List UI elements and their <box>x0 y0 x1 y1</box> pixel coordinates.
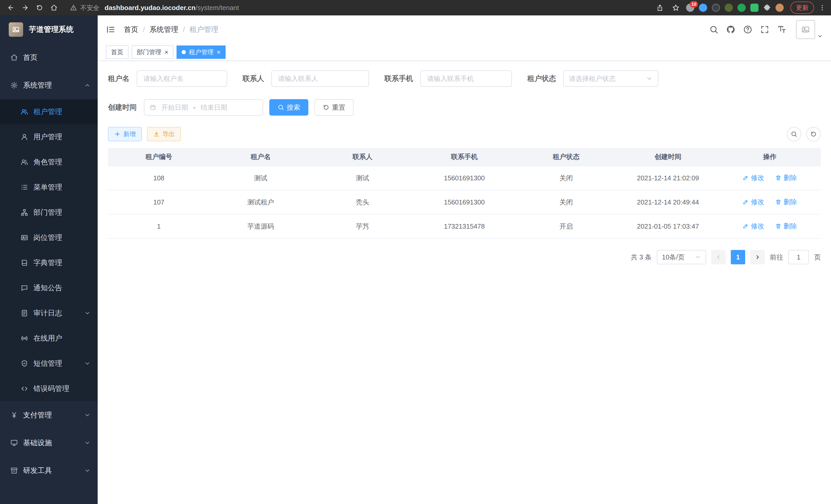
toolbar-right <box>787 127 821 141</box>
cell-actions: 修改 删除 <box>719 190 821 214</box>
prev-page-button[interactable] <box>711 250 726 264</box>
page-size-select[interactable]: 10条/页 <box>657 250 706 264</box>
export-button[interactable]: 导出 <box>147 127 181 141</box>
bookmark-button[interactable] <box>670 2 682 13</box>
badge-icon <box>21 234 28 241</box>
sidebar-item-system[interactable]: 系统管理 <box>0 71 98 99</box>
table-toolbar: 新增 导出 <box>108 127 821 141</box>
chevron-down-icon <box>695 254 701 260</box>
font-size-icon[interactable] <box>777 25 786 34</box>
sidebar-item-label: 研发工具 <box>23 466 52 475</box>
share-button[interactable] <box>654 2 665 13</box>
sidebar-item-roles[interactable]: 角色管理 <box>0 149 98 175</box>
search-button-label: 搜索 <box>287 103 300 112</box>
delete-link[interactable]: 删除 <box>775 173 797 182</box>
image-icon <box>801 25 810 34</box>
github-icon[interactable] <box>726 25 736 34</box>
chevron-down-icon <box>84 440 90 446</box>
sidebar-item-infrastructure[interactable]: 基础设施 <box>0 429 98 457</box>
search-button[interactable]: 搜索 <box>269 99 308 116</box>
sidebar-item-dictionary[interactable]: 字典管理 <box>0 250 98 275</box>
next-page-button[interactable] <box>750 250 765 264</box>
user-menu[interactable] <box>796 20 823 39</box>
tab-home[interactable]: 首页 <box>106 46 128 59</box>
date-range-picker[interactable]: 开始日期 - 结束日期 <box>144 99 263 116</box>
tenant-table: 租户编号 租户名 联系人 联系手机 租户状态 创建时间 操作 108 测试 <box>108 148 821 239</box>
chevron-down-icon <box>817 33 823 39</box>
sidebar-item-users[interactable]: 用户管理 <box>0 124 98 149</box>
home-icon <box>50 4 58 11</box>
extension-icon[interactable]: 10 <box>686 4 694 12</box>
tenant-name-input[interactable] <box>137 70 227 87</box>
phone-input[interactable] <box>420 70 512 87</box>
current-page-button[interactable]: 1 <box>731 250 745 264</box>
sidebar-item-menus[interactable]: 菜单管理 <box>0 175 98 200</box>
warning-icon <box>70 4 77 11</box>
show-search-button[interactable] <box>787 127 801 141</box>
breadcrumb-home[interactable]: 首页 <box>124 25 138 34</box>
reset-button[interactable]: 重置 <box>315 99 353 116</box>
extension-icon[interactable] <box>699 4 707 12</box>
help-icon[interactable] <box>743 25 752 34</box>
browser-menu-button[interactable] <box>819 4 826 11</box>
browser-forward-button[interactable] <box>20 2 31 13</box>
fullscreen-icon[interactable] <box>760 25 769 34</box>
tab-departments[interactable]: 部门管理 × <box>132 46 173 59</box>
search-icon[interactable] <box>709 25 718 34</box>
app-shell: 芋道管理系统 首页 系统管理 租户管理 用户管理 <box>0 16 831 504</box>
sidebar-item-sms[interactable]: 短信管理 <box>0 351 98 376</box>
column-header: 操作 <box>719 148 821 166</box>
browser-home-button[interactable] <box>48 2 60 13</box>
gear-icon <box>10 82 18 89</box>
goto-page-input[interactable] <box>789 250 809 264</box>
sidebar-item-online-users[interactable]: 在线用户 <box>0 326 98 351</box>
edit-pencil-icon <box>743 223 749 229</box>
cell-contact: 秃头 <box>312 190 413 214</box>
column-header: 租户名 <box>210 148 311 166</box>
extension-icon[interactable] <box>750 4 758 12</box>
tab-tenant[interactable]: 租户管理 × <box>176 46 226 59</box>
breadcrumb-system[interactable]: 系统管理 <box>149 25 178 34</box>
sidebar-item-dev-tools[interactable]: 研发工具 <box>0 457 98 484</box>
edit-link[interactable]: 修改 <box>743 173 764 182</box>
edit-link[interactable]: 修改 <box>743 222 764 231</box>
browser-window: 不安全 dashboard.yudao.iocoder.cn/system/te… <box>0 0 831 504</box>
site-security-indicator[interactable]: 不安全 <box>70 4 99 12</box>
delete-link-label: 删除 <box>783 173 797 182</box>
refresh-icon <box>810 131 817 138</box>
refresh-table-button[interactable] <box>806 127 821 141</box>
browser-profile-avatar[interactable] <box>775 4 784 12</box>
sidebar-item-payment[interactable]: 支付管理 <box>0 401 98 429</box>
delete-link[interactable]: 删除 <box>775 222 797 231</box>
close-icon[interactable]: × <box>165 49 168 56</box>
sidebar-item-tenant[interactable]: 租户管理 <box>0 99 98 124</box>
browser-reload-button[interactable] <box>34 2 45 13</box>
sidebar-item-home[interactable]: 首页 <box>0 44 98 71</box>
sidebar-item-notices[interactable]: 通知公告 <box>0 275 98 301</box>
delete-link[interactable]: 删除 <box>775 198 797 207</box>
home-icon <box>10 54 18 61</box>
browser-back-button[interactable] <box>5 2 17 13</box>
contact-input[interactable] <box>271 70 369 87</box>
browser-update-button[interactable]: 更新 <box>791 2 814 14</box>
sidebar: 芋道管理系统 首页 系统管理 租户管理 用户管理 <box>0 16 98 504</box>
sidebar-collapse-button[interactable] <box>106 25 116 34</box>
extension-icon[interactable] <box>712 4 720 12</box>
address-bar[interactable]: dashboard.yudao.iocoder.cn/system/tenant <box>105 4 651 12</box>
extension-icon[interactable] <box>738 4 746 12</box>
add-button[interactable]: 新增 <box>108 127 142 141</box>
sidebar-item-audit-log[interactable]: 审计日志 <box>0 301 98 326</box>
close-icon[interactable]: × <box>217 49 221 56</box>
sidebar-item-posts[interactable]: 岗位管理 <box>0 225 98 250</box>
sidebar-item-error-codes[interactable]: 错误码管理 <box>0 376 98 401</box>
extension-icon[interactable] <box>725 4 733 12</box>
status-select[interactable]: 请选择租户状态 <box>563 70 658 87</box>
sidebar-item-departments[interactable]: 部门管理 <box>0 200 98 225</box>
table-row: 1 芋道源码 芋艿 17321315478 开启 2021-01-05 17:0… <box>108 214 821 238</box>
status-placeholder: 请选择租户状态 <box>569 74 616 83</box>
edit-pencil-icon <box>743 199 749 205</box>
star-icon <box>672 4 679 11</box>
edit-link[interactable]: 修改 <box>743 198 764 207</box>
extensions-puzzle-icon[interactable] <box>763 4 771 11</box>
sidebar-item-label: 通知公告 <box>33 283 62 293</box>
